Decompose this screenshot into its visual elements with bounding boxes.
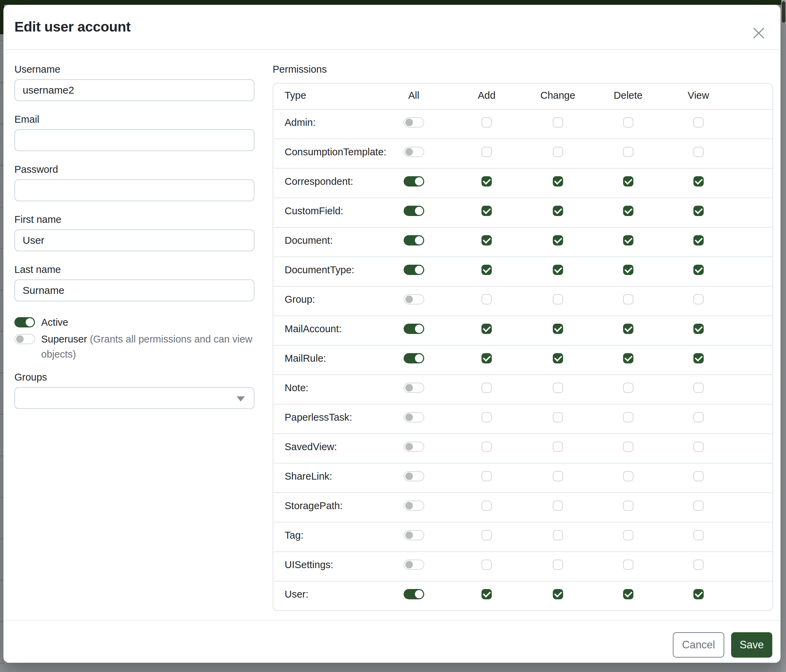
- save-button[interactable]: Save: [731, 632, 772, 658]
- permission-change-checkbox[interactable]: [553, 265, 563, 275]
- permission-add-checkbox[interactable]: [481, 530, 492, 540]
- permission-change-checkbox[interactable]: [553, 383, 563, 393]
- permission-view-checkbox[interactable]: [693, 147, 704, 157]
- first-name-input[interactable]: [14, 229, 255, 251]
- permission-all-toggle[interactable]: [404, 147, 424, 157]
- permission-all-toggle[interactable]: [404, 412, 424, 422]
- page-scrollbar-thumb[interactable]: [782, 2, 785, 23]
- permission-add-checkbox[interactable]: [481, 441, 492, 452]
- permission-change-checkbox[interactable]: [553, 323, 563, 334]
- active-toggle[interactable]: [14, 317, 35, 327]
- permission-view-checkbox[interactable]: [693, 235, 704, 245]
- permission-add-checkbox[interactable]: [481, 383, 492, 393]
- permission-add-checkbox[interactable]: [481, 501, 492, 511]
- permission-change-checkbox[interactable]: [553, 589, 563, 599]
- permission-view-checkbox[interactable]: [693, 383, 704, 393]
- permission-delete-checkbox[interactable]: [623, 501, 634, 511]
- permission-add-checkbox[interactable]: [481, 353, 492, 363]
- groups-select[interactable]: [14, 387, 255, 409]
- permission-change-checkbox[interactable]: [553, 559, 563, 570]
- permission-delete-checkbox[interactable]: [623, 176, 634, 187]
- permission-change-checkbox[interactable]: [553, 235, 563, 245]
- permission-all-toggle[interactable]: [404, 589, 424, 599]
- permission-view-checkbox[interactable]: [693, 441, 704, 452]
- permission-delete-checkbox[interactable]: [623, 353, 634, 363]
- permission-row: UISettings:: [273, 551, 772, 581]
- permission-change-checkbox[interactable]: [553, 353, 563, 363]
- permission-change-checkbox[interactable]: [553, 441, 563, 452]
- close-button[interactable]: [750, 19, 767, 35]
- password-input[interactable]: [14, 179, 255, 201]
- permission-change-checkbox[interactable]: [553, 206, 563, 216]
- active-label: Active: [41, 317, 68, 328]
- permission-change-checkbox[interactable]: [553, 176, 563, 187]
- permission-view-checkbox[interactable]: [693, 559, 704, 570]
- permission-delete-checkbox[interactable]: [623, 383, 634, 393]
- permission-view-checkbox[interactable]: [693, 206, 704, 216]
- permission-change-checkbox[interactable]: [553, 412, 563, 422]
- permission-add-checkbox[interactable]: [481, 265, 492, 275]
- permission-view-checkbox[interactable]: [693, 176, 704, 187]
- email-input[interactable]: [14, 129, 255, 151]
- permission-add-checkbox[interactable]: [481, 147, 492, 157]
- permission-all-toggle[interactable]: [404, 559, 424, 570]
- permission-all-toggle[interactable]: [404, 294, 424, 305]
- permission-delete-checkbox[interactable]: [623, 294, 634, 305]
- permission-change-checkbox[interactable]: [553, 530, 563, 540]
- permission-all-toggle[interactable]: [404, 383, 424, 393]
- permission-delete-checkbox[interactable]: [623, 147, 634, 157]
- permission-add-checkbox[interactable]: [481, 412, 492, 422]
- permission-view-checkbox[interactable]: [693, 323, 704, 334]
- permission-delete-checkbox[interactable]: [623, 441, 634, 452]
- permission-delete-checkbox[interactable]: [623, 206, 634, 216]
- last-name-input[interactable]: [14, 279, 255, 301]
- permission-view-checkbox[interactable]: [693, 294, 704, 305]
- permission-delete-checkbox[interactable]: [623, 559, 634, 570]
- permission-add-checkbox[interactable]: [481, 294, 492, 305]
- permission-all-toggle[interactable]: [404, 117, 424, 127]
- permission-add-checkbox[interactable]: [481, 559, 492, 570]
- permission-delete-checkbox[interactable]: [623, 265, 634, 275]
- permission-all-toggle[interactable]: [404, 265, 424, 275]
- permission-delete-checkbox[interactable]: [623, 412, 634, 422]
- permission-add-checkbox[interactable]: [481, 471, 492, 481]
- permission-delete-checkbox[interactable]: [623, 235, 634, 245]
- permission-view-checkbox[interactable]: [693, 117, 704, 127]
- username-input[interactable]: [14, 79, 255, 101]
- permission-add-checkbox[interactable]: [481, 323, 492, 334]
- permission-all-toggle[interactable]: [404, 501, 424, 511]
- permission-delete-checkbox[interactable]: [623, 117, 634, 127]
- superuser-toggle[interactable]: [14, 334, 35, 344]
- permission-all-toggle[interactable]: [404, 353, 424, 363]
- permission-change-checkbox[interactable]: [553, 294, 563, 305]
- permission-all-toggle[interactable]: [404, 235, 424, 245]
- permission-delete-checkbox[interactable]: [623, 530, 634, 540]
- permission-all-toggle[interactable]: [404, 176, 424, 187]
- permission-add-checkbox[interactable]: [481, 589, 492, 599]
- permission-change-checkbox[interactable]: [553, 147, 563, 157]
- permission-all-toggle[interactable]: [404, 471, 424, 481]
- permission-delete-checkbox[interactable]: [623, 323, 634, 334]
- permission-add-checkbox[interactable]: [481, 235, 492, 245]
- permission-change-checkbox[interactable]: [553, 117, 563, 127]
- permission-view-checkbox[interactable]: [693, 265, 704, 275]
- permission-change-checkbox[interactable]: [553, 471, 563, 481]
- permission-add-checkbox[interactable]: [481, 176, 492, 187]
- permission-delete-checkbox[interactable]: [623, 471, 634, 481]
- permission-view-checkbox[interactable]: [693, 353, 704, 363]
- permission-add-checkbox[interactable]: [481, 117, 492, 127]
- page-scrollbar[interactable]: [781, 0, 786, 672]
- permission-all-toggle[interactable]: [404, 530, 424, 540]
- permission-delete-checkbox[interactable]: [623, 589, 634, 599]
- permission-all-toggle[interactable]: [404, 441, 424, 452]
- cancel-button[interactable]: Cancel: [673, 632, 724, 658]
- permission-all-toggle[interactable]: [404, 206, 424, 216]
- permission-change-checkbox[interactable]: [553, 501, 563, 511]
- permission-all-toggle[interactable]: [404, 323, 424, 334]
- permission-view-checkbox[interactable]: [693, 412, 704, 422]
- permission-view-checkbox[interactable]: [693, 471, 704, 481]
- permission-view-checkbox[interactable]: [693, 589, 704, 599]
- permission-add-checkbox[interactable]: [481, 206, 492, 216]
- permission-view-checkbox[interactable]: [693, 501, 704, 511]
- permission-view-checkbox[interactable]: [693, 530, 704, 540]
